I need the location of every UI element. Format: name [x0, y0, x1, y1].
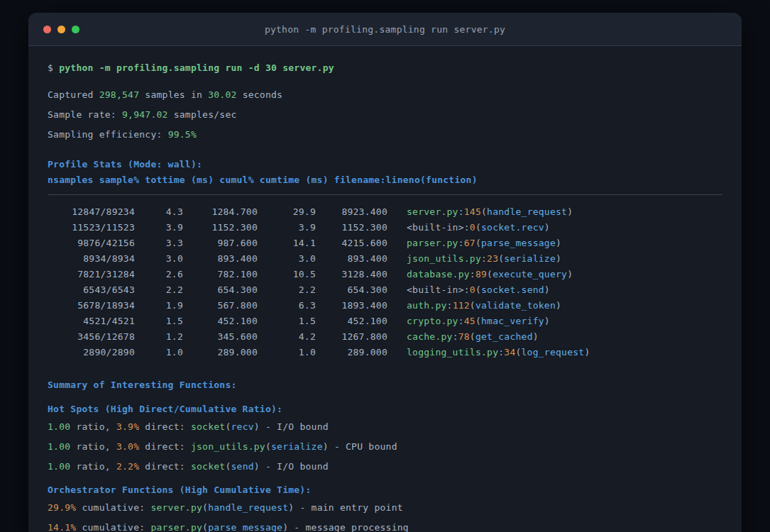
function-name: parse_message — [208, 522, 282, 532]
direct-pct-value: 3.9% — [116, 421, 139, 432]
colon-separator: : — [464, 284, 470, 295]
filename: cache.py — [407, 331, 453, 342]
direct-pct-value: 3.0% — [116, 441, 139, 452]
terminal-content[interactable]: $ python -m profiling.sampling run -d 30… — [28, 46, 742, 532]
tottime-cell: 654.300 — [183, 282, 258, 298]
ratio-value: 1.00 — [48, 421, 70, 432]
colon-separator: : — [481, 253, 487, 264]
terminal-window: python -m profiling.sampling run server.… — [28, 13, 742, 532]
efficiency-label: Sampling efficiency: — [48, 129, 168, 140]
captured-label-2: samples in — [139, 89, 208, 100]
table-row: 12847/892344.31284.70029.98923.400server… — [48, 204, 722, 220]
tottime-cell: 782.100 — [183, 267, 258, 282]
table-row: 5678/189341.9567.8006.31893.400auth.py:1… — [48, 298, 722, 314]
tottime-cell: 567.800 — [183, 298, 258, 314]
cumul-pct-cell: 14.1 — [258, 235, 316, 251]
table-row: 4521/45211.5452.1001.5452.100crypto.py:4… — [48, 314, 722, 329]
close-paren: ) — [544, 284, 550, 295]
colon-separator: : — [458, 238, 464, 248]
filename: auth.py — [407, 300, 447, 311]
open-paren: ( — [470, 300, 475, 311]
bound-note: - I/O bound — [260, 461, 329, 472]
captured-label: Captured — [48, 89, 99, 100]
sample-rate-line: Sample rate: 9,947.02 samples/sec — [48, 108, 722, 122]
table-row: 3456/126781.2345.6004.21267.800cache.py:… — [48, 329, 722, 345]
cumul-pct-cell: 1.5 — [258, 314, 316, 329]
filename: server.py — [407, 206, 458, 217]
table-row: 11523/115233.91152.3003.91152.300<built-… — [48, 220, 722, 235]
close-paren: ) — [544, 316, 550, 326]
open-paren: ( — [481, 206, 487, 217]
table-columns-header: nsamples sample% tottime (ms) cumul% cum… — [48, 173, 722, 187]
captured-line: Captured 298,547 samples in 30.02 second… — [48, 88, 722, 102]
profile-table-body: 12847/892344.31284.70029.98923.400server… — [48, 204, 722, 360]
line-number: 145 — [464, 206, 481, 217]
traffic-lights — [43, 13, 79, 45]
hot-spot-item: 1.00 ratio, 3.0% direct: json_utils.py(s… — [48, 440, 722, 454]
nsamples-cell: 11523/11523 — [48, 220, 135, 235]
direct-label: direct: — [139, 421, 191, 432]
sample-pct-cell: 3.3 — [135, 235, 183, 251]
maximize-button[interactable] — [72, 26, 79, 33]
nsamples-cell: 6543/6543 — [48, 282, 135, 298]
cumtime-cell: 654.300 — [316, 282, 387, 298]
bound-note: - I/O bound — [260, 421, 329, 432]
open-paren: ( — [225, 461, 231, 472]
sample-pct-cell: 1.2 — [135, 329, 183, 345]
ratio-label: ratio, — [70, 461, 116, 472]
open-paren: ( — [487, 269, 493, 279]
tottime-cell: 893.400 — [183, 251, 258, 267]
function-location-cell: <built-in>:0(socket.send) — [407, 284, 550, 295]
nsamples-cell: 3456/12678 — [48, 329, 135, 345]
function-location-cell: server.py:145(handle_request) — [407, 206, 573, 217]
command-text: python -m profiling.sampling run -d 30 s… — [59, 62, 334, 73]
filename: database.py — [407, 269, 470, 279]
efficiency-value: 99.5% — [168, 129, 197, 140]
colon-separator: : — [458, 316, 464, 326]
cumtime-cell: 289.000 — [316, 345, 387, 360]
cumul-pct-cell: 29.9 — [258, 204, 316, 220]
sample-rate-label: Sample rate: — [48, 109, 122, 120]
open-paren: ( — [515, 347, 521, 358]
minimize-button[interactable] — [57, 26, 65, 33]
filename: parser.py — [150, 522, 202, 532]
cumulative-label: cumulative: — [76, 502, 150, 513]
titlebar[interactable]: python -m profiling.sampling run server.… — [28, 13, 742, 46]
filename: socket — [191, 461, 225, 472]
open-paren: ( — [470, 331, 475, 342]
filename: <built-in> — [407, 284, 464, 295]
line-number: 0 — [470, 284, 475, 295]
line-number: 112 — [453, 300, 470, 311]
window-title: python -m profiling.sampling run server.… — [265, 24, 505, 35]
open-paren: ( — [475, 316, 481, 326]
close-button[interactable] — [43, 26, 51, 33]
nsamples-cell: 8934/8934 — [48, 251, 135, 267]
line-number: 89 — [475, 269, 487, 279]
direct-pct-value: 2.2% — [116, 461, 139, 472]
captured-samples-value: 298,547 — [99, 89, 140, 100]
function-location-cell: cache.py:78(get_cached) — [407, 331, 539, 342]
close-paren: ) — [254, 421, 260, 432]
filename: logging_utils.py — [407, 347, 498, 358]
tottime-cell: 1152.300 — [183, 220, 258, 235]
cumtime-cell: 1267.800 — [316, 329, 387, 345]
bound-note: - CPU bound — [329, 441, 397, 452]
function-name: execute_query — [493, 269, 567, 279]
cumtime-cell: 3128.400 — [316, 267, 387, 282]
tottime-cell: 1284.700 — [183, 204, 258, 220]
sample-pct-cell: 3.0 — [135, 251, 183, 267]
function-name: serialize — [504, 253, 556, 264]
close-paren: ) — [323, 441, 329, 452]
filename: parser.py — [407, 238, 458, 248]
orchestrator-item: 14.1% cumulative: parser.py(parse_messag… — [48, 521, 722, 532]
function-location-cell: database.py:89(execute_query) — [407, 269, 573, 279]
direct-label: direct: — [139, 441, 191, 452]
cumulative-pct-value: 29.9% — [48, 502, 76, 513]
cumul-pct-cell: 1.0 — [258, 345, 316, 360]
function-location-cell: crypto.py:45(hmac_verify) — [407, 316, 550, 326]
function-name: handle_request — [487, 206, 567, 217]
filename: server.py — [150, 502, 202, 513]
table-row: 2890/28901.0289.0001.0289.000logging_uti… — [48, 345, 722, 360]
command-line: $ python -m profiling.sampling run -d 30… — [48, 61, 722, 75]
ratio-value: 1.00 — [48, 441, 70, 452]
